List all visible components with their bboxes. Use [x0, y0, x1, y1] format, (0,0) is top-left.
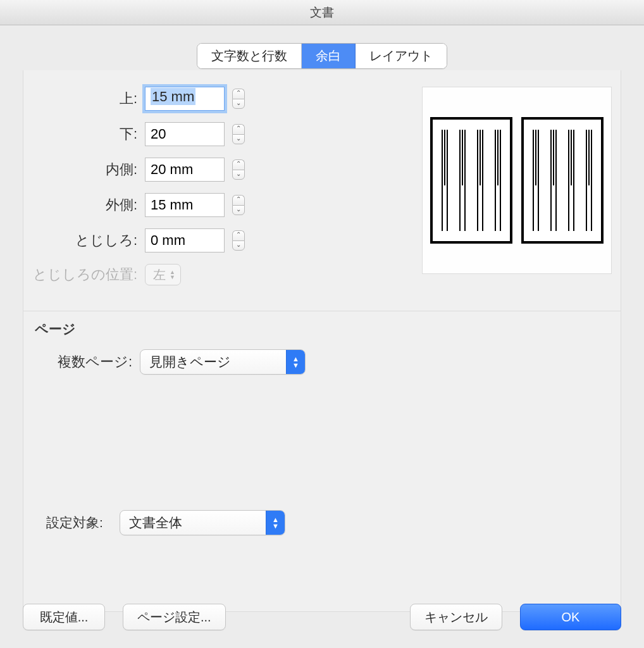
label-inner-margin: 内側: [28, 160, 145, 179]
divider [23, 311, 621, 311]
stepper-down-icon[interactable]: ⌄ [232, 99, 245, 109]
select-apply-to[interactable]: 文書全体 ▲▼ [120, 510, 285, 535]
window-titlebar: 文書 [0, 0, 644, 25]
stepper-gutter[interactable]: ⌃ ⌄ [232, 230, 245, 251]
stepper-down-icon[interactable]: ⌄ [232, 240, 245, 251]
tab-chars-lines[interactable]: 文字数と行数 [197, 44, 302, 68]
chevron-updown-icon: ▲▼ [266, 511, 285, 535]
stepper-up-icon[interactable]: ⌃ [232, 195, 245, 205]
stepper-up-icon[interactable]: ⌃ [232, 124, 245, 134]
label-top-margin: 上: [28, 89, 145, 108]
input-bottom-margin[interactable] [145, 122, 225, 146]
ok-button[interactable]: OK [520, 604, 621, 630]
input-top-margin[interactable]: 15 mm [145, 87, 225, 111]
window-title: 文書 [310, 4, 334, 21]
preview-page-left [430, 117, 512, 244]
defaults-button[interactable]: 既定値... [23, 604, 105, 630]
preview-page-right [521, 117, 604, 244]
stepper-down-icon[interactable]: ⌄ [232, 134, 245, 144]
margin-preview [422, 87, 612, 274]
content-panel: 上: 15 mm ⌃ ⌄ 下: ⌃ ⌄ [23, 70, 621, 612]
input-gutter[interactable] [145, 228, 225, 252]
stepper-outer-margin[interactable]: ⌃ ⌄ [232, 195, 245, 215]
tab-margins[interactable]: 余白 [302, 44, 356, 68]
input-top-margin-value: 15 mm [151, 88, 195, 105]
stepper-down-icon[interactable]: ⌄ [232, 205, 245, 215]
stepper-up-icon[interactable]: ⌃ [232, 159, 245, 170]
label-gutter-position: とじしろの位置: [28, 265, 145, 284]
select-apply-to-value: 文書全体 [129, 514, 191, 532]
stepper-down-icon[interactable]: ⌄ [232, 170, 245, 180]
label-multi-page: 複数ページ: [23, 352, 140, 371]
stepper-bottom-margin[interactable]: ⌃ ⌄ [232, 124, 245, 144]
section-title-page: ページ [35, 320, 621, 338]
stepper-up-icon[interactable]: ⌃ [232, 89, 245, 99]
page-setup-button[interactable]: ページ設定... [123, 604, 226, 630]
stepper-top-margin[interactable]: ⌃ ⌄ [232, 89, 245, 109]
stepper-up-icon[interactable]: ⌃ [232, 230, 245, 240]
chevron-updown-icon: ▲▼ [286, 350, 305, 374]
select-multi-page-value: 見開きページ [149, 353, 240, 371]
stepper-inner-margin[interactable]: ⌃ ⌄ [232, 159, 245, 180]
input-outer-margin[interactable] [145, 193, 225, 217]
chevron-updown-icon: ▲▼ [170, 270, 175, 280]
tab-layout[interactable]: レイアウト [356, 44, 447, 68]
label-outer-margin: 外側: [28, 196, 145, 215]
tab-group: 文字数と行数 余白 レイアウト [197, 43, 447, 69]
input-inner-margin[interactable] [145, 158, 225, 182]
select-multi-page[interactable]: 見開きページ ▲▼ [140, 349, 306, 375]
label-apply-to: 設定対象: [46, 514, 111, 532]
label-gutter: とじしろ: [28, 231, 145, 250]
select-gutter-position: 左 ▲▼ [145, 264, 181, 285]
cancel-button[interactable]: キャンセル [410, 604, 502, 630]
select-gutter-position-value: 左 [153, 266, 166, 284]
label-bottom-margin: 下: [28, 125, 145, 144]
